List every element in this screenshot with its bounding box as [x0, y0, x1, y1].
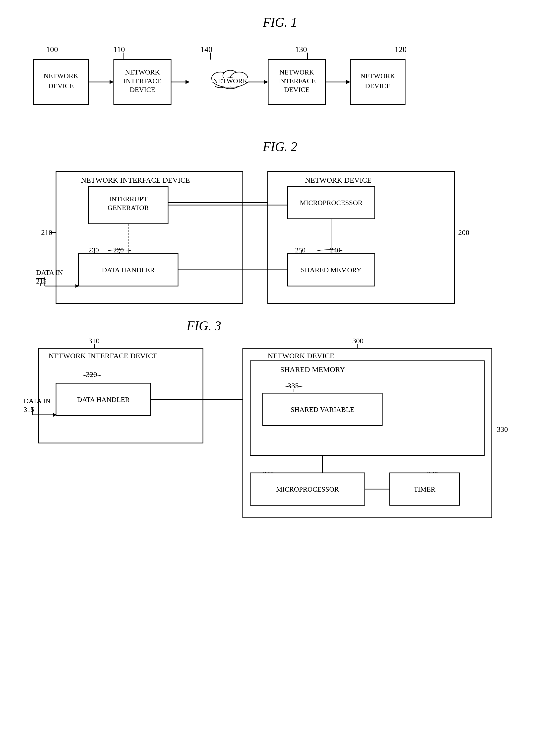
- svg-text:250: 250: [295, 246, 306, 254]
- svg-text:100: 100: [46, 45, 58, 54]
- svg-text:NETWORK INTERFACE DEVICE: NETWORK INTERFACE DEVICE: [48, 351, 158, 360]
- figure-1: FIG. 1 100 110 140 130 120 NETWORK DEVIC…: [20, 15, 540, 119]
- svg-text:NETWORK: NETWORK: [213, 77, 248, 85]
- svg-text:⌐: ⌐: [50, 227, 53, 233]
- svg-text:335: 335: [288, 382, 299, 390]
- svg-text:310: 310: [88, 337, 100, 345]
- svg-text:140: 140: [200, 45, 212, 54]
- svg-text:300: 300: [352, 337, 364, 345]
- figure-3: FIG. 3 310 300 NETWORK INTERFACE DEVICE …: [20, 333, 540, 528]
- fig1-title: FIG. 1: [263, 15, 297, 30]
- svg-text:DEVICE: DEVICE: [365, 82, 390, 90]
- svg-text:120: 120: [395, 45, 407, 54]
- svg-text:NETWORK: NETWORK: [43, 72, 78, 80]
- svg-marker-20: [186, 80, 190, 84]
- svg-text:NETWORK: NETWORK: [360, 72, 395, 80]
- svg-text:INTERRUPT: INTERRUPT: [109, 195, 147, 203]
- svg-text:DEVICE: DEVICE: [130, 86, 155, 94]
- svg-marker-35: [346, 80, 350, 84]
- svg-text:DATA HANDLER: DATA HANDLER: [77, 396, 130, 403]
- svg-text:INTERFACE: INTERFACE: [278, 77, 316, 85]
- svg-text:MICROPROCESSOR: MICROPROCESSOR: [276, 485, 339, 493]
- fig2-diagram: NETWORK INTERFACE DEVICE 210 ⌐ INTERRUPT…: [31, 164, 529, 313]
- svg-text:SHARED MEMORY: SHARED MEMORY: [301, 266, 361, 274]
- svg-text:TIMER: TIMER: [414, 485, 435, 493]
- fig3-title: FIG. 3: [187, 318, 221, 333]
- svg-text:SHARED VARIABLE: SHARED VARIABLE: [290, 406, 354, 413]
- svg-text:SHARED MEMORY: SHARED MEMORY: [280, 365, 345, 374]
- svg-text:DEVICE: DEVICE: [48, 82, 74, 90]
- svg-text:DATA IN: DATA IN: [24, 397, 50, 405]
- svg-text:INTERFACE: INTERFACE: [124, 77, 161, 85]
- svg-text:MICROPROCESSOR: MICROPROCESSOR: [300, 199, 362, 206]
- svg-text:NETWORK: NETWORK: [279, 68, 314, 76]
- svg-text:200: 200: [458, 228, 470, 237]
- svg-marker-29: [264, 80, 268, 84]
- svg-text:DATA HANDLER: DATA HANDLER: [102, 266, 155, 274]
- figure-2: FIG. 2 NETWORK INTERFACE DEVICE 210 ⌐ IN…: [20, 139, 540, 313]
- svg-text:130: 130: [295, 45, 307, 54]
- fig3-diagram: 310 300 NETWORK INTERFACE DEVICE 320 DAT…: [19, 333, 542, 528]
- svg-text:330: 330: [497, 425, 508, 433]
- svg-text:DEVICE: DEVICE: [284, 86, 310, 94]
- fig1-diagram: 100 110 140 130 120 NETWORK DEVICE NETWO…: [21, 40, 539, 119]
- svg-text:NETWORK INTERFACE DEVICE: NETWORK INTERFACE DEVICE: [81, 176, 190, 184]
- svg-text:320: 320: [86, 370, 97, 379]
- fig3-title-container: FIG. 3: [187, 318, 221, 343]
- svg-text:110: 110: [113, 45, 125, 54]
- svg-text:GENERATOR: GENERATOR: [108, 204, 149, 211]
- svg-text:NETWORK: NETWORK: [125, 68, 160, 76]
- fig2-title: FIG. 2: [263, 139, 297, 154]
- svg-marker-14: [110, 80, 114, 84]
- svg-text:230: 230: [88, 246, 99, 254]
- svg-text:NETWORK DEVICE: NETWORK DEVICE: [305, 176, 372, 184]
- svg-text:DATA IN: DATA IN: [36, 269, 63, 276]
- svg-text:NETWORK DEVICE: NETWORK DEVICE: [268, 351, 334, 360]
